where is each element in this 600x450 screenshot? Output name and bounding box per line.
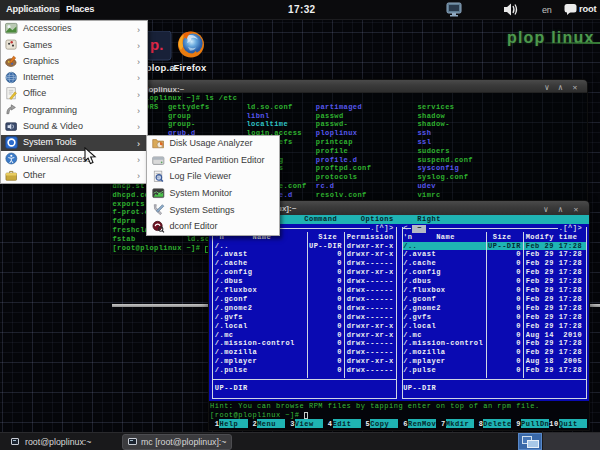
- svg-text:p.: p.: [150, 36, 163, 53]
